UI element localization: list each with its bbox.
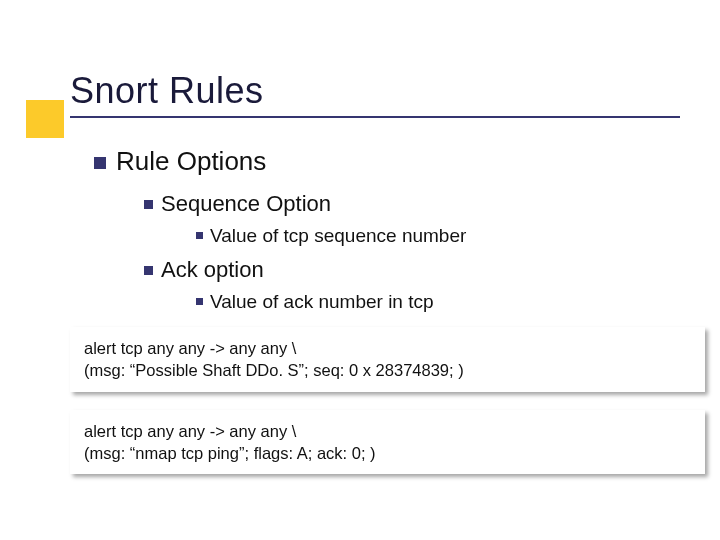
bullet-text: Rule Options [116, 146, 266, 176]
code-example-ack: alert tcp any any -> any any \ (msg: “nm… [70, 410, 705, 475]
bullet-level1-rule-options: Rule Options [94, 146, 680, 177]
title-accent-square [26, 100, 64, 138]
bullet-level3-ack-detail: Value of ack number in tcp [196, 291, 680, 313]
bullet-level2-ack-option: Ack option [144, 257, 680, 283]
bullet-text: Value of ack number in tcp [210, 291, 434, 312]
slide: Snort Rules Rule Options Sequence Option… [0, 0, 720, 540]
code-line: (msg: “Possible Shaft DDo. S”; seq: 0 x … [84, 359, 691, 381]
code-line: (msg: “nmap tcp ping”; flags: A; ack: 0;… [84, 442, 691, 464]
title-block: Snort Rules [70, 70, 680, 118]
bullet-level3-sequence-detail: Value of tcp sequence number [196, 225, 680, 247]
square-bullet-icon [196, 298, 203, 305]
code-example-seq: alert tcp any any -> any any \ (msg: “Po… [70, 327, 705, 392]
code-line: alert tcp any any -> any any \ [84, 337, 691, 359]
code-line: alert tcp any any -> any any \ [84, 420, 691, 442]
slide-title: Snort Rules [70, 70, 680, 112]
bullet-level2-sequence-option: Sequence Option [144, 191, 680, 217]
square-bullet-icon [144, 266, 153, 275]
square-bullet-icon [144, 200, 153, 209]
bullet-text: Value of tcp sequence number [210, 225, 466, 246]
bullet-text: Ack option [161, 257, 264, 282]
square-bullet-icon [196, 232, 203, 239]
square-bullet-icon [94, 157, 106, 169]
bullet-text: Sequence Option [161, 191, 331, 216]
title-underline [70, 116, 680, 118]
